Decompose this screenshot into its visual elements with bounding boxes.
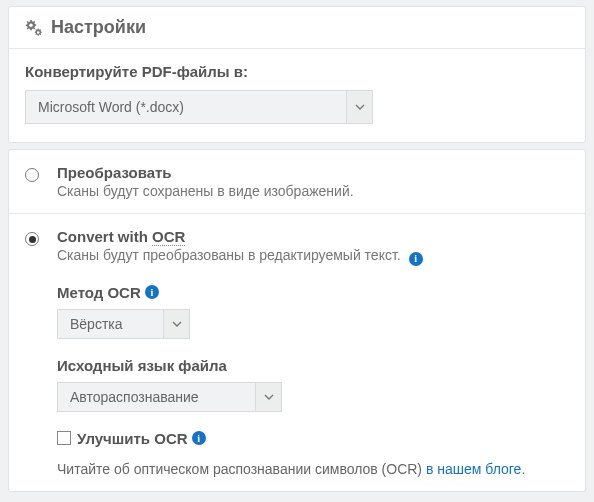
info-icon[interactable]: i (192, 431, 206, 445)
ocr-method-selected: Вёрстка (70, 316, 123, 332)
enhance-ocr-row[interactable]: Улучшить OCR i (57, 430, 569, 447)
ocr-options-panel: Преобразовать Сканы будут сохранены в ви… (8, 149, 586, 492)
info-icon[interactable]: i (145, 285, 159, 299)
blog-link[interactable]: в нашем блоге (426, 461, 521, 477)
ocr-lang-selected: Автораспознавание (70, 389, 199, 405)
ocr-method-group: Метод OCR i Вёрстка (57, 284, 569, 339)
settings-title: Настройки (51, 17, 146, 38)
chevron-down-icon (346, 91, 372, 123)
ocr-blog-line: Читайте об оптическом распознавании симв… (57, 461, 569, 477)
chevron-down-icon (163, 310, 189, 338)
ocr-abbr: OCR (152, 228, 185, 246)
radio-no-ocr[interactable] (25, 168, 39, 182)
settings-panel: Настройки Конвертируйте PDF-файлы в: Mic… (8, 6, 586, 143)
enhance-ocr-label: Улучшить OCR (77, 430, 188, 447)
format-select[interactable]: Microsoft Word (*.docx) (25, 90, 373, 124)
option-with-ocr-desc: Сканы будут преобразованы в редактируемы… (57, 247, 569, 266)
enhance-ocr-checkbox[interactable] (57, 431, 71, 445)
option-no-ocr-title: Преобразовать (57, 164, 569, 181)
format-selected: Microsoft Word (*.docx) (38, 99, 184, 115)
ocr-lang-group: Исходный язык файла Автораспознавание (57, 357, 569, 412)
gears-icon (23, 19, 43, 37)
option-with-ocr-body: Convert with OCR Сканы будут преобразова… (57, 228, 569, 477)
option-with-ocr[interactable]: Convert with OCR Сканы будут преобразова… (9, 213, 585, 491)
option-no-ocr-desc: Сканы будут сохранены в виде изображений… (57, 183, 569, 199)
svg-point-1 (37, 31, 40, 34)
svg-point-0 (29, 23, 33, 27)
option-no-ocr-body: Преобразовать Сканы будут сохранены в ви… (57, 164, 569, 199)
radio-with-ocr[interactable] (25, 232, 39, 246)
option-with-ocr-title: Convert with OCR (57, 228, 569, 245)
settings-header: Настройки (9, 7, 585, 49)
chevron-down-icon (255, 383, 281, 411)
info-icon[interactable]: i (409, 252, 423, 266)
ocr-method-select[interactable]: Вёрстка (57, 309, 190, 339)
ocr-lang-label: Исходный язык файла (57, 357, 569, 374)
ocr-lang-select[interactable]: Автораспознавание (57, 382, 282, 412)
format-section: Конвертируйте PDF-файлы в: Microsoft Wor… (9, 49, 585, 142)
ocr-method-label: Метод OCR i (57, 284, 569, 301)
option-no-ocr[interactable]: Преобразовать Сканы будут сохранены в ви… (9, 150, 585, 213)
format-label: Конвертируйте PDF-файлы в: (25, 63, 569, 80)
